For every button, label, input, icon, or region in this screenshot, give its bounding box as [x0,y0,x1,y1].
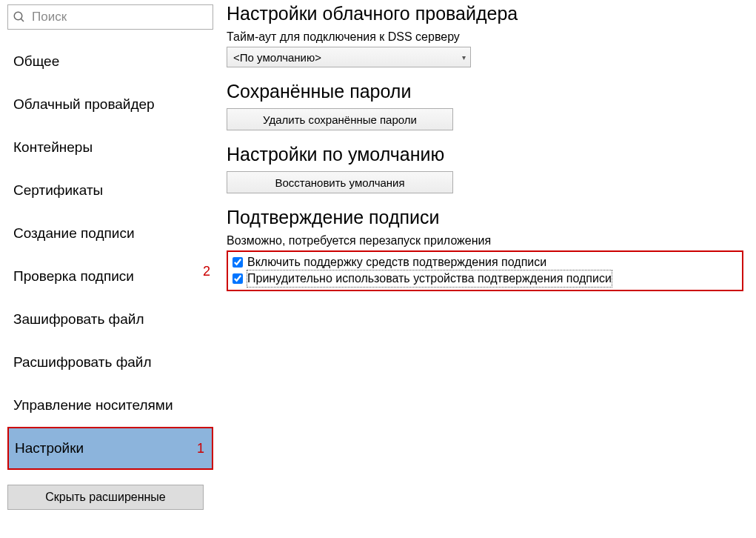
checkbox-force-device[interactable] [233,273,243,284]
sidebar-item-label: Зашифровать файл [13,311,144,328]
sidebar-item-decrypt[interactable]: Расшифровать файл [7,341,213,384]
button-label: Удалить сохранённые пароли [263,113,417,126]
sidebar-item-label: Облачный провайдер [13,96,155,113]
sidebar-item-containers[interactable]: Контейнеры [7,126,213,169]
sidebar-item-encrypt[interactable]: Зашифровать файл [7,298,213,341]
timeout-label: Тайм-аут для подключения к DSS серверу [227,30,749,44]
saved-passwords-heading: Сохранённые пароли [227,81,749,102]
button-label: Восстановить умолчания [275,176,404,189]
confirm-hint: Возможно, потребуется перезапуск приложе… [227,234,749,248]
sidebar-item-create-sign[interactable]: Создание подписи [7,212,213,255]
sidebar-item-verify-sign[interactable]: Проверка подписи [7,255,213,298]
timeout-select[interactable]: <По умолчанию> ▾ [227,47,471,67]
chevron-down-icon: ▾ [462,53,466,62]
sidebar-item-certificates[interactable]: Сертификаты [7,169,213,212]
annotation-label-2: 2 [203,263,210,279]
sidebar-item-label: Общее [13,53,59,70]
sidebar-item-label: Сертификаты [13,182,103,199]
sidebar-item-general[interactable]: Общее [7,40,213,83]
checkbox-force-device-row[interactable]: Принудительно использовать устройства по… [231,270,736,287]
confirm-checkbox-group: 2 Включить поддержку средств подтвержден… [227,250,743,291]
confirm-heading: Подтверждение подписи [227,207,749,228]
restore-defaults-button[interactable]: Восстановить умолчания [227,171,453,193]
sidebar-item-label: Создание подписи [13,225,135,242]
sidebar-item-label: Проверка подписи [13,268,134,285]
app-root: Общее Облачный провайдер Контейнеры Серт… [0,0,756,538]
search-icon [8,10,30,24]
checkbox-label: Включить поддержку средств подтверждения… [247,254,546,270]
main-panel: Настройки облачного провайдера Тайм-аут … [219,0,756,538]
sidebar: Общее Облачный провайдер Контейнеры Серт… [0,0,219,538]
sidebar-item-label: Настройки [15,440,84,456]
delete-passwords-button[interactable]: Удалить сохранённые пароли [227,108,453,130]
checkbox-enable-support-row[interactable]: Включить поддержку средств подтверждения… [231,254,736,270]
sidebar-item-label: Расшифровать файл [13,354,152,371]
defaults-heading: Настройки по умолчанию [227,144,749,165]
svg-line-1 [21,19,24,21]
search-box[interactable] [7,4,213,30]
button-label: Скрыть расширенные [45,491,166,504]
svg-point-0 [14,12,22,20]
search-input[interactable] [30,9,213,25]
select-value: <По умолчанию> [233,51,321,64]
sidebar-item-cloud[interactable]: Облачный провайдер [7,83,213,126]
sidebar-item-label: Управление носителями [13,397,173,414]
checkbox-label: Принудительно использовать устройства по… [247,270,612,287]
checkbox-enable-support[interactable] [233,257,243,268]
sidebar-item-label: Контейнеры [13,139,93,156]
hide-advanced-button[interactable]: Скрыть расширенные [7,485,204,510]
sidebar-item-media[interactable]: Управление носителями [7,384,213,427]
annotation-label-1: 1 [197,441,204,456]
cloud-provider-heading: Настройки облачного провайдера [227,3,749,24]
sidebar-item-settings[interactable]: Настройки 1 [7,427,213,470]
